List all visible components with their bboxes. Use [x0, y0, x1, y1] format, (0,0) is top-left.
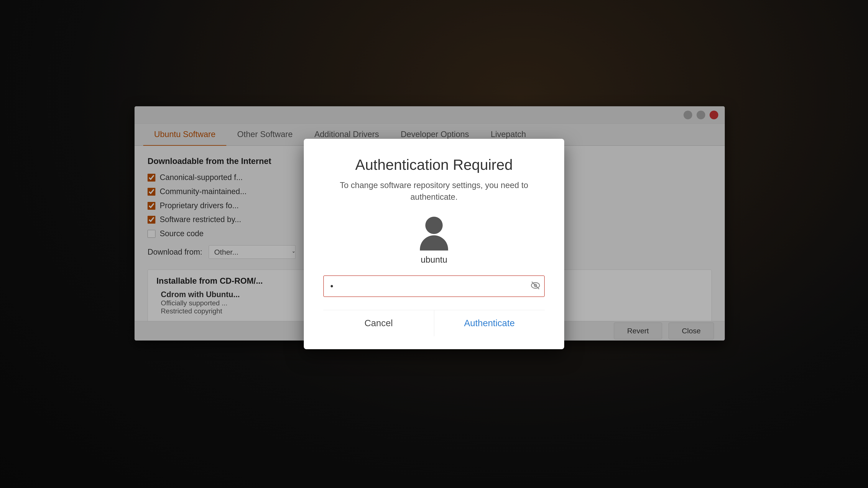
auth-dialog: Authentication Required To change softwa…: [304, 139, 564, 349]
auth-dialog-message: To change software repository settings, …: [336, 180, 532, 202]
show-password-button[interactable]: [531, 281, 540, 292]
password-input[interactable]: [323, 275, 545, 297]
auth-password-wrapper: [323, 275, 545, 297]
auth-dialog-overlay: Authentication Required To change softwa…: [0, 0, 868, 488]
authenticate-button[interactable]: Authenticate: [434, 310, 545, 336]
auth-dialog-buttons: Cancel Authenticate: [323, 310, 545, 336]
auth-username: ubuntu: [421, 255, 447, 265]
user-avatar: [416, 216, 452, 251]
auth-dialog-title: Authentication Required: [355, 156, 513, 173]
cancel-button[interactable]: Cancel: [323, 310, 434, 336]
avatar-head: [425, 217, 443, 234]
avatar-body: [420, 235, 448, 251]
